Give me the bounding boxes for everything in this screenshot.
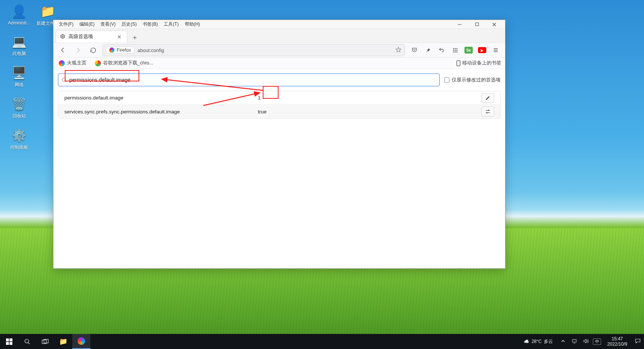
forward-button[interactable] bbox=[72, 44, 84, 56]
window-maximize-button[interactable] bbox=[468, 20, 486, 29]
taskbar: 📁 ☁️ 28°C 多云 中 15:47 2022/10/9 bbox=[0, 334, 644, 349]
pref-name: permissions.default.image bbox=[64, 95, 258, 101]
toggle-pref-button[interactable] bbox=[481, 107, 494, 116]
config-row[interactable]: services.sync.prefs.sync.permissions.def… bbox=[58, 105, 500, 118]
menu-edit[interactable]: 编辑(E) bbox=[76, 20, 97, 28]
firefox-icon bbox=[59, 60, 65, 66]
config-search-input[interactable] bbox=[69, 77, 436, 83]
edit-pref-button[interactable] bbox=[481, 93, 494, 103]
svg-point-1 bbox=[62, 35, 64, 37]
mobile-bookmarks-label: 移动设备上的书签 bbox=[462, 60, 501, 66]
person-icon: 👤 bbox=[10, 4, 28, 19]
device-icon bbox=[456, 60, 461, 66]
svg-rect-7 bbox=[456, 50, 457, 51]
bookmark-label: 火狐主页 bbox=[67, 60, 87, 66]
reload-button[interactable] bbox=[87, 44, 99, 56]
task-view-button[interactable] bbox=[36, 334, 54, 349]
firefox-icon bbox=[109, 47, 114, 53]
tray-clock[interactable]: 15:47 2022/10/9 bbox=[604, 336, 630, 347]
config-row[interactable]: permissions.default.image 1 bbox=[58, 91, 500, 105]
back-button[interactable] bbox=[57, 44, 69, 56]
svg-rect-9 bbox=[455, 51, 456, 52]
pref-value: true bbox=[258, 109, 430, 115]
tray-volume[interactable] bbox=[582, 338, 590, 345]
window-close-button[interactable] bbox=[486, 20, 503, 29]
bookmark-firefox-home[interactable]: 火狐主页 bbox=[57, 59, 88, 67]
bookmark-chrome-download[interactable]: 谷歌浏览器下载_chro... bbox=[93, 59, 155, 67]
folder-icon: 📁 bbox=[59, 337, 67, 346]
windows-icon bbox=[6, 338, 12, 345]
window-controls bbox=[451, 20, 503, 29]
desktop-icon-this-pc[interactable]: 💻 此电脑 bbox=[5, 34, 33, 57]
bookmark-star-button[interactable] bbox=[395, 46, 402, 54]
weather-cond: 多云 bbox=[544, 338, 553, 345]
svg-rect-22 bbox=[572, 339, 576, 342]
minimize-icon bbox=[457, 22, 462, 27]
menu-help[interactable]: 帮助(H) bbox=[182, 20, 203, 28]
svg-point-12 bbox=[62, 78, 65, 81]
menu-history[interactable]: 历史(S) bbox=[119, 20, 140, 28]
svg-rect-8 bbox=[453, 51, 454, 52]
new-tab-button[interactable]: ＋ bbox=[129, 32, 140, 43]
desktop-icon-recycle-bin[interactable]: 🗑️ 回收站 bbox=[5, 96, 33, 119]
tray-chevron[interactable] bbox=[559, 339, 567, 344]
tray-ime[interactable]: 中 bbox=[593, 338, 601, 345]
desktop-icon-control-panel[interactable]: ⚙️ 控制面板 bbox=[5, 128, 33, 151]
search-icon bbox=[61, 77, 67, 83]
tray-action-center[interactable] bbox=[633, 338, 642, 345]
reload-icon bbox=[90, 47, 96, 54]
desktop-icon-label: 控制面板 bbox=[5, 144, 33, 151]
window-minimize-button[interactable] bbox=[451, 20, 468, 29]
desktop-icon-administrator[interactable]: 👤 Administr... bbox=[5, 4, 33, 26]
youtube-extension-button[interactable]: ▶ bbox=[477, 44, 488, 56]
star-icon bbox=[395, 46, 402, 53]
show-modified-only-checkbox[interactable] bbox=[444, 77, 449, 83]
identity-chip[interactable]: Firefox bbox=[106, 47, 134, 54]
tab-close-button[interactable]: ✕ bbox=[116, 33, 123, 41]
desktop-icon-network[interactable]: 🖥️ 网络 bbox=[5, 65, 33, 88]
menu-file[interactable]: 文件(F) bbox=[56, 20, 76, 28]
menu-view[interactable]: 查看(V) bbox=[97, 20, 119, 28]
start-button[interactable] bbox=[0, 334, 18, 349]
tray-network[interactable] bbox=[570, 338, 579, 345]
address-bar[interactable]: Firefox about:config bbox=[102, 44, 405, 56]
menu-tools[interactable]: 工具(T) bbox=[161, 20, 181, 28]
arrow-right-icon bbox=[75, 47, 81, 54]
save-to-pocket-button[interactable] bbox=[409, 44, 420, 56]
search-button[interactable] bbox=[18, 334, 36, 349]
svg-rect-3 bbox=[455, 48, 456, 49]
menu-bookmarks[interactable]: 书签(B) bbox=[140, 20, 161, 28]
pocket-icon bbox=[411, 47, 417, 53]
svg-rect-4 bbox=[456, 48, 457, 49]
taskbar-file-explorer[interactable]: 📁 bbox=[54, 334, 72, 349]
tab-about-config[interactable]: 高级首选项 ✕ bbox=[56, 31, 127, 43]
taskbar-left: 📁 bbox=[0, 334, 90, 349]
chevron-up-icon bbox=[561, 339, 565, 343]
network-icon bbox=[572, 338, 577, 344]
config-results-table: permissions.default.image 1 services.syn… bbox=[58, 91, 501, 119]
taskbar-firefox[interactable] bbox=[72, 334, 90, 349]
tray-weather[interactable]: ☁️ 28°C 多云 bbox=[521, 338, 556, 345]
svg-rect-5 bbox=[453, 50, 454, 51]
desktop-icons: 👤 Administr... 💻 此电脑 🖥️ 网络 🗑️ 回收站 ⚙️ 控制面… bbox=[5, 4, 35, 159]
svg-rect-16 bbox=[9, 338, 12, 341]
mobile-bookmarks-link[interactable]: 移动设备上的书签 bbox=[456, 60, 501, 66]
svg-rect-15 bbox=[6, 338, 9, 341]
identity-label: Firefox bbox=[117, 47, 131, 53]
url-text: about:config bbox=[137, 47, 164, 53]
arrow-left-icon bbox=[59, 47, 66, 54]
monitor-icon: 💻 bbox=[10, 34, 28, 49]
config-search-box[interactable] bbox=[58, 73, 440, 86]
show-modified-only-option[interactable]: 仅显示修改过的首选项 bbox=[444, 77, 501, 83]
pref-name: services.sync.prefs.sync.permissions.def… bbox=[64, 109, 258, 115]
svg-point-19 bbox=[25, 339, 29, 343]
app-menu-button[interactable] bbox=[490, 44, 501, 56]
apps-grid-button[interactable] bbox=[449, 44, 461, 56]
undo-button[interactable] bbox=[436, 44, 447, 56]
bookmark-label: 谷歌浏览器下载_chro... bbox=[103, 60, 153, 66]
svg-rect-6 bbox=[455, 50, 456, 51]
selenium-extension-button[interactable]: Se bbox=[463, 44, 474, 56]
pin-button[interactable] bbox=[422, 44, 434, 56]
taskview-icon bbox=[42, 339, 49, 344]
notification-icon bbox=[635, 338, 641, 344]
